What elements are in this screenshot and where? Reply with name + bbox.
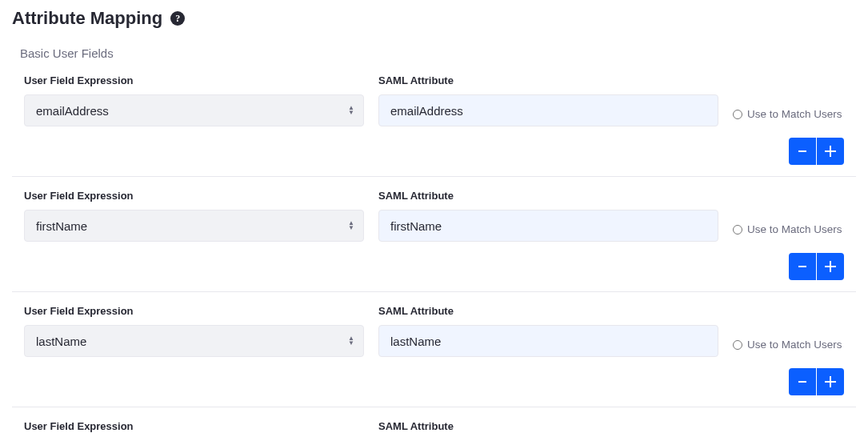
page-header: Attribute Mapping ? [12, 8, 856, 29]
match-radio[interactable] [733, 225, 742, 235]
remove-row-button[interactable] [789, 368, 816, 395]
saml-label: SAML Attribute [378, 305, 718, 317]
page-title: Attribute Mapping [12, 8, 162, 29]
row-button-group [789, 253, 844, 280]
add-row-button[interactable] [817, 253, 844, 280]
ufe-select[interactable]: emailAddress [24, 94, 364, 126]
saml-input[interactable] [378, 94, 718, 126]
remove-row-button[interactable] [789, 138, 816, 165]
add-row-button[interactable] [817, 368, 844, 395]
remove-row-button[interactable] [789, 253, 816, 280]
mapping-row: User Field Expression firstName ▲▼ SAML … [12, 190, 856, 292]
minus-icon [798, 150, 806, 152]
match-label: Use to Match Users [747, 108, 842, 120]
help-icon[interactable]: ? [170, 11, 185, 26]
ufe-label: User Field Expression [24, 74, 364, 86]
row-button-group [789, 138, 844, 165]
match-radio[interactable] [733, 340, 742, 350]
plus-icon [825, 146, 836, 157]
saml-input[interactable] [378, 210, 718, 242]
ufe-select[interactable]: lastName [24, 325, 364, 357]
saml-label: SAML Attribute [378, 74, 718, 86]
ufe-label: User Field Expression [24, 305, 364, 317]
mapping-row: User Field Expression lastName ▲▼ SAML A… [12, 305, 856, 407]
match-label: Use to Match Users [747, 339, 842, 351]
mapping-row: User Field Expression screenName ▲▼ SAML… [12, 420, 856, 433]
add-row-button[interactable] [817, 138, 844, 165]
match-label: Use to Match Users [747, 223, 842, 235]
ufe-label: User Field Expression [24, 190, 364, 202]
minus-icon [798, 266, 806, 267]
plus-icon [825, 376, 836, 387]
ufe-label: User Field Expression [24, 420, 364, 432]
saml-label: SAML Attribute [378, 420, 718, 432]
ufe-select[interactable]: firstName [24, 210, 364, 242]
saml-label: SAML Attribute [378, 190, 718, 202]
mapping-row: User Field Expression emailAddress ▲▼ SA… [12, 74, 856, 177]
match-radio[interactable] [733, 110, 742, 119]
plus-icon [825, 261, 836, 272]
minus-icon [798, 381, 806, 383]
section-label: Basic User Fields [20, 46, 856, 60]
saml-input[interactable] [378, 325, 718, 357]
row-button-group [789, 368, 844, 395]
